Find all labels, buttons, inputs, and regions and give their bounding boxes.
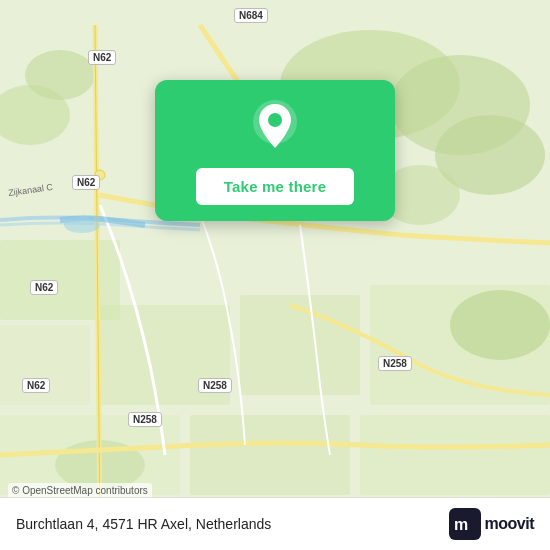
road-label-n684: N684 — [234, 8, 268, 23]
map-container: N684 N62 N62 N62 N62 N258 N258 N258 Zijk… — [0, 0, 550, 550]
svg-text:m: m — [454, 516, 468, 533]
moovit-logo-icon: m — [449, 508, 481, 540]
moovit-logo: m moovit — [449, 508, 534, 540]
location-pin-icon — [248, 100, 302, 154]
take-me-there-button[interactable]: Take me there — [196, 168, 354, 205]
road-label-n258-mid: N258 — [198, 378, 232, 393]
road-label-n258-right: N258 — [378, 356, 412, 371]
svg-point-28 — [268, 113, 282, 127]
osm-attribution: © OpenStreetMap contributors — [8, 483, 152, 498]
svg-point-25 — [64, 217, 100, 233]
road-label-n62-top: N62 — [88, 50, 116, 65]
road-label-n62-lower: N62 — [30, 280, 58, 295]
svg-rect-14 — [360, 415, 550, 495]
svg-point-6 — [25, 50, 95, 100]
bottom-bar: Burchtlaan 4, 4571 HR Axel, Netherlands … — [0, 497, 550, 550]
road-label-n62-bottom: N62 — [22, 378, 50, 393]
road-label-n258-lower: N258 — [128, 412, 162, 427]
address-text: Burchtlaan 4, 4571 HR Axel, Netherlands — [16, 516, 271, 532]
svg-rect-8 — [0, 325, 90, 405]
road-label-n62-mid: N62 — [72, 175, 100, 190]
moovit-logo-text: moovit — [485, 515, 534, 533]
svg-point-15 — [450, 290, 550, 360]
location-card: Take me there — [155, 80, 395, 221]
